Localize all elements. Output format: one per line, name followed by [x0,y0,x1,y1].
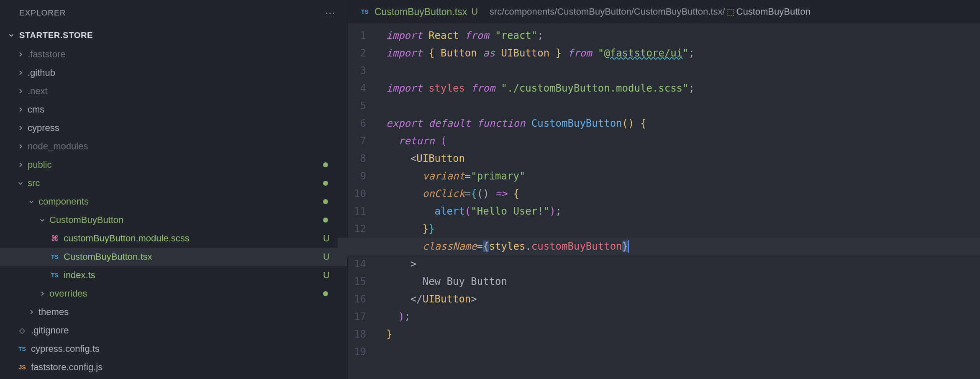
tab-filename: CustomBuyButton.tsx [375,6,467,18]
folder-node-modules[interactable]: node_modules [0,137,347,156]
folder-custombuybutton[interactable]: CustomBuyButton [0,211,347,229]
tree-item-label: node_modules [28,141,88,152]
code-line[interactable]: alert("Hello User!"); [376,202,980,220]
tree-item-label: cms [28,104,44,115]
line-number: 8 [348,150,366,167]
line-number: 19 [348,343,366,361]
ts-icon: TS [359,8,370,15]
line-number-gutter: 12345678910111213141516171819 [348,27,376,379]
tree-item-label: components [38,196,89,207]
code-line[interactable]: New Buy Button [376,273,980,290]
line-number: 4 [348,79,366,97]
git-modified-dot [323,162,328,167]
code-lines[interactable]: import React from "react";import { Butto… [376,27,980,379]
breadcrumb-path: src/components/CustomBuyButton/CustomBuy… [490,6,725,17]
chevron-right-icon [17,69,24,77]
project-title: STARTER.STORE [19,31,93,40]
folder-cms[interactable]: cms [0,100,347,119]
file-tree: .faststore.github.nextcmscypressnode_mod… [0,44,347,379]
code-line[interactable]: }} [376,220,980,238]
git-modified-dot [323,199,328,204]
tree-item-label: .next [28,86,48,97]
breadcrumb[interactable]: src/components/CustomBuyButton/CustomBuy… [490,6,811,17]
code-line[interactable] [376,343,980,361]
tree-item-label: index.ts [64,270,95,281]
tab-bar: TS CustomBuyButton.tsx U src/components/… [348,0,980,23]
symbol-icon: ⬚ [727,7,735,17]
line-number: 6 [348,115,366,132]
tree-item-label: CustomBuyButton.tsx [64,251,152,262]
more-icon[interactable]: ··· [326,8,336,18]
folder--faststore[interactable]: .faststore [0,45,347,64]
tree-item-label: customBuyButton.module.scss [64,233,190,244]
js-icon: JS [17,364,28,371]
git-status-badge: U [323,251,330,262]
chevron-down-icon [28,198,35,205]
file-cypress-config-ts[interactable]: TScypress.config.ts [0,340,347,358]
line-number: 7 [348,132,366,150]
file-index-ts[interactable]: TSindex.tsU [0,266,347,284]
folder-overrides[interactable]: overrides [0,284,347,303]
chevron-down-icon [8,31,15,39]
code-line[interactable]: </UIButton> [376,290,980,308]
file-custombuybutton-tsx[interactable]: TSCustomBuyButton.tsxU [0,248,347,266]
code-line[interactable]: > [376,255,980,273]
line-number: 16 [348,290,366,308]
line-number: 3 [348,62,366,79]
tree-item-label: public [28,159,51,170]
editor-area: TS CustomBuyButton.tsx U src/components/… [348,0,980,379]
tab-custombuybutton[interactable]: TS CustomBuyButton.tsx U [353,0,485,23]
tree-item-label: .gitignore [31,325,69,336]
file-faststore-config-js[interactable]: JSfaststore.config.js [0,358,347,376]
code-line[interactable]: className={styles.customBuyButton} [338,238,980,255]
line-number: 9 [348,167,366,185]
code-line[interactable]: export default function CustomBuyButton(… [376,115,980,132]
code-line[interactable]: <UIButton [376,150,980,167]
git-modified-dot [323,291,328,296]
chevron-right-icon [38,290,46,297]
ts-icon: TS [49,254,60,260]
folder-cypress[interactable]: cypress [0,119,347,137]
line-number: 1 [348,27,366,44]
file--gitignore[interactable]: ◇.gitignore [0,321,347,340]
folder--next[interactable]: .next [0,82,347,100]
line-number: 14 [348,255,366,273]
code-line[interactable]: import { Button as UIButton } from "@fas… [376,44,980,62]
chevron-right-icon [17,143,24,150]
folder-themes[interactable]: themes [0,303,347,321]
tree-item-label: faststore.config.js [31,362,103,373]
code-line[interactable]: onClick={() => { [376,185,980,202]
code-line[interactable]: import styles from "./customBuyButton.mo… [376,79,980,97]
chevron-down-icon [17,179,24,187]
folder-components[interactable]: components [0,192,347,211]
code-line[interactable]: } [376,325,980,343]
line-number: 11 [348,202,366,220]
code-line[interactable]: ); [376,308,980,325]
sass-icon: ⌘ [49,234,60,243]
code-line[interactable] [376,62,980,79]
folder-public[interactable]: public [0,156,347,174]
code-line[interactable]: variant="primary" [376,167,980,185]
line-number: 17 [348,308,366,325]
code-line[interactable]: import React from "react"; [376,27,980,44]
project-header[interactable]: STARTER.STORE [0,26,347,44]
code-line[interactable]: return ( [376,132,980,150]
chevron-right-icon [17,51,24,58]
tree-item-label: overrides [49,288,87,299]
chevron-right-icon [17,161,24,169]
folder-src[interactable]: src [0,174,347,192]
line-number: 10 [348,185,366,202]
line-number: 12 [348,220,366,238]
tree-item-label: src [28,178,40,189]
sidebar-title: EXPLORER [19,8,66,18]
explorer-sidebar: EXPLORER ··· STARTER.STORE .faststore.gi… [0,0,348,379]
tree-item-label: cypress.config.ts [31,343,100,354]
code-line[interactable] [376,97,980,115]
sidebar-header: EXPLORER ··· [0,0,347,26]
folder--github[interactable]: .github [0,64,347,82]
chevron-down-icon [38,216,46,224]
chevron-right-icon [17,106,24,113]
code-area[interactable]: 12345678910111213141516171819 import Rea… [348,23,980,379]
tree-item-label: CustomBuyButton [49,215,123,225]
file-custombuybutton-module-scss[interactable]: ⌘customBuyButton.module.scssU [0,229,347,248]
